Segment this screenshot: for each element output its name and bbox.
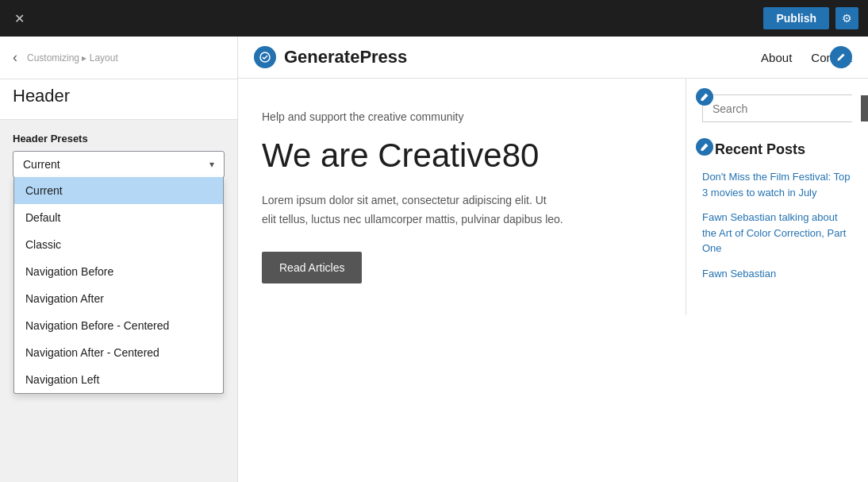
close-button[interactable]: ✕: [10, 9, 29, 28]
sidebar-content: Header Presets Current ▾ Current Default…: [0, 120, 237, 191]
main-layout: ‹ Customizing ▸ Layout Header Header Pre…: [0, 37, 868, 482]
preset-select[interactable]: Current ▾ Current Default Classic Naviga…: [13, 151, 225, 178]
hero-subtitle: Help and support the creative community: [262, 110, 662, 123]
section-title: Header: [0, 79, 237, 120]
search-submit-button[interactable]: [861, 95, 868, 121]
select-display[interactable]: Current: [13, 152, 200, 177]
recent-post-2[interactable]: Fawn Sebastian talking about the Art of …: [702, 210, 852, 256]
sidebar-nav: ‹ Customizing ▸ Layout: [0, 37, 237, 79]
dropdown-item-nav-after-centered[interactable]: Navigation After - Centered: [14, 339, 223, 366]
search-widget: [702, 94, 852, 122]
dropdown-menu: Current Default Classic Navigation Befor…: [13, 177, 224, 394]
recent-post-3[interactable]: Fawn Sebastian: [702, 266, 852, 282]
search-edit-icon[interactable]: [696, 88, 713, 106]
header-presets-label: Header Presets: [13, 133, 225, 145]
dropdown-item-nav-left[interactable]: Navigation Left: [14, 366, 223, 393]
preview-body: Help and support the creative community …: [238, 79, 868, 315]
preview-header: GeneratePress About Contact: [238, 37, 868, 79]
hero-title: We are Creative80: [262, 136, 662, 175]
preview-sidebar: Recent Posts Don't Miss the Film Festiva…: [686, 79, 868, 315]
logo-icon: [254, 46, 276, 68]
dropdown-item-nav-after[interactable]: Navigation After: [14, 285, 223, 312]
recent-posts-widget: Recent Posts Don't Miss the Film Festiva…: [702, 141, 852, 281]
search-input[interactable]: [703, 95, 861, 121]
search-box: [702, 94, 852, 122]
dropdown-item-nav-before-centered[interactable]: Navigation Before - Centered: [14, 312, 223, 339]
site-logo-area: GeneratePress: [254, 46, 407, 68]
publish-button[interactable]: Publish: [763, 7, 829, 29]
read-articles-button[interactable]: Read Articles: [262, 252, 362, 283]
recent-post-1[interactable]: Don't Miss the Film Festival: Top 3 movi…: [702, 169, 852, 200]
breadcrumb: Customizing ▸ Layout: [27, 52, 118, 64]
chevron-down-icon: ▾: [200, 152, 224, 176]
header-edit-icon[interactable]: [830, 46, 852, 68]
dropdown-item-classic[interactable]: Classic: [14, 231, 223, 258]
preview: GeneratePress About Contact Help and sup…: [238, 37, 868, 482]
nav-link-about[interactable]: About: [761, 51, 792, 64]
recent-posts-title: Recent Posts: [702, 141, 852, 158]
toolbar: ✕ Publish ⚙: [0, 0, 868, 37]
dropdown-item-current[interactable]: Current: [14, 177, 223, 204]
sidebar: ‹ Customizing ▸ Layout Header Header Pre…: [0, 37, 238, 482]
gear-button[interactable]: ⚙: [835, 7, 858, 29]
site-name: GeneratePress: [284, 47, 407, 67]
dropdown-item-default[interactable]: Default: [14, 204, 223, 231]
widget-edit-icon[interactable]: [696, 138, 713, 156]
dropdown-item-nav-before[interactable]: Navigation Before: [14, 258, 223, 285]
back-button[interactable]: ‹: [10, 46, 21, 69]
preview-main: Help and support the creative community …: [238, 79, 686, 315]
hero-text: Lorem ipsum dolor sit amet, consectetur …: [262, 191, 563, 229]
